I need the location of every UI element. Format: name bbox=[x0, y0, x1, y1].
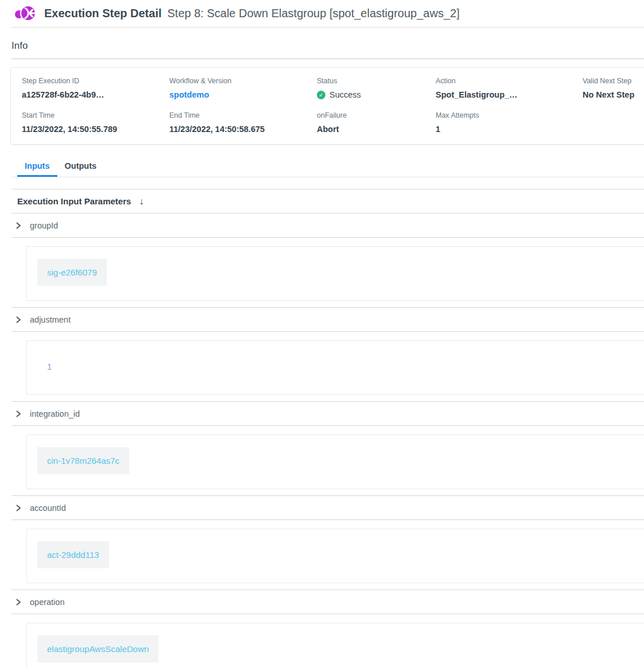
parameter-name: integration_id bbox=[30, 409, 80, 418]
parameter-block: accountId act-29ddd113 bbox=[11, 495, 644, 583]
parameter-row[interactable]: groupId bbox=[11, 214, 644, 238]
parameter-value-panel: act-29ddd113 bbox=[26, 529, 644, 583]
info-field: Step Execution ID ✓ a125728f-6b22-4b9… bbox=[22, 77, 169, 99]
info-field: End Time ✓ 11/23/2022, 14:50:58.675 bbox=[169, 111, 317, 134]
chevron-right-icon[interactable] bbox=[15, 599, 22, 606]
info-field-label: Status bbox=[317, 77, 436, 85]
info-field-value[interactable]: ✓ 11/23/2022, 14:50:55.789 bbox=[22, 125, 169, 134]
info-card: Step Execution ID ✓ a125728f-6b22-4b9… W… bbox=[10, 67, 644, 145]
chevron-right-icon[interactable] bbox=[15, 222, 22, 229]
info-field-label: onFailure bbox=[317, 111, 436, 119]
info-field-value-text: 1 bbox=[436, 125, 440, 134]
info-field: Action ✓ Spot_Elastigroup_… bbox=[436, 77, 583, 99]
info-field: onFailure ✓ Abort bbox=[317, 111, 436, 134]
parameter-row[interactable]: adjustment bbox=[11, 308, 644, 332]
parameter-name: accountId bbox=[30, 503, 66, 513]
info-field-value-text: Success bbox=[329, 90, 361, 99]
info-field: Valid Next Step ✓ No Next Step bbox=[583, 77, 644, 99]
info-field-value-text: No Next Step bbox=[583, 90, 634, 99]
parameter-name: operation bbox=[30, 598, 64, 607]
info-field: Workflow & Version ✓ spotdemo bbox=[169, 77, 317, 99]
success-check-icon: ✓ bbox=[317, 91, 325, 99]
info-field-value-text: Abort bbox=[317, 125, 339, 134]
page-title: Execution Step Detail bbox=[44, 7, 162, 20]
parameter-block: operation elastigroupAwsScaleDown bbox=[11, 590, 644, 667]
chevron-right-icon[interactable] bbox=[15, 316, 22, 323]
tab[interactable]: Inputs bbox=[17, 156, 57, 177]
parameter-value-panel: 1 bbox=[26, 340, 644, 395]
parameter-row[interactable]: accountId bbox=[11, 496, 644, 520]
info-field: Max Attempts ✓ 1 bbox=[436, 111, 583, 134]
parameter-block: adjustment 1 bbox=[11, 307, 644, 395]
parameter-value: sig-e26f6079 bbox=[37, 259, 107, 286]
tab-bar: Inputs Outputs bbox=[11, 156, 644, 177]
info-field: Start Time ✓ 11/23/2022, 14:50:55.789 bbox=[22, 111, 169, 134]
parameter-name: groupId bbox=[30, 221, 58, 230]
info-field-value[interactable]: ✓ Success bbox=[317, 90, 436, 99]
parameter-row[interactable]: operation bbox=[11, 590, 644, 614]
parameter-value-panel: elastigroupAwsScaleDown bbox=[26, 623, 644, 667]
parameter-value: 1 bbox=[37, 353, 61, 380]
info-field-value[interactable]: ✓ 11/23/2022, 14:50:58.675 bbox=[169, 125, 317, 134]
chevron-right-icon[interactable] bbox=[15, 410, 22, 417]
info-field-value-text: spotdemo bbox=[169, 90, 209, 99]
parameter-value: act-29ddd113 bbox=[37, 541, 109, 568]
info-field-value-text: a125728f-6b22-4b9… bbox=[22, 90, 104, 99]
parameter-value: cin-1v78m264as7c bbox=[37, 447, 129, 474]
info-field-label: Valid Next Step bbox=[583, 77, 644, 85]
info-field-label: End Time bbox=[169, 111, 317, 119]
info-field-value[interactable]: ✓ Spot_Elastigroup_… bbox=[436, 90, 583, 99]
info-field-value-text: 11/23/2022, 14:50:55.789 bbox=[22, 125, 117, 134]
divider bbox=[11, 59, 644, 59]
info-field-value-text: Spot_Elastigroup_… bbox=[436, 90, 518, 99]
parameter-block: integration_id cin-1v78m264as7c bbox=[11, 401, 644, 489]
page-header: Execution Step Detail Step 8: Scale Down… bbox=[11, 0, 644, 28]
chevron-right-icon[interactable] bbox=[15, 505, 22, 511]
info-section-title: Info bbox=[11, 40, 644, 52]
arrow-down-icon[interactable]: ↓ bbox=[139, 196, 143, 207]
parameter-value-panel: sig-e26f6079 bbox=[26, 246, 644, 301]
info-field-label: Start Time bbox=[22, 111, 169, 119]
info-field-value[interactable]: ✓ a125728f-6b22-4b9… bbox=[22, 90, 169, 99]
info-field-label: Action bbox=[436, 77, 583, 85]
info-field-value[interactable]: ✓ Abort bbox=[317, 125, 436, 134]
parameters-section: Execution Input Parameters ↓ groupId sig… bbox=[11, 189, 644, 667]
info-field-value-text: 11/23/2022, 14:50:58.675 bbox=[169, 125, 265, 134]
parameter-block: groupId sig-e26f6079 bbox=[11, 214, 644, 301]
info-field-label: Max Attempts bbox=[436, 111, 583, 119]
info-field-label: Workflow & Version bbox=[169, 77, 317, 85]
parameter-row[interactable]: integration_id bbox=[11, 402, 644, 426]
spot-logo-icon bbox=[14, 5, 37, 22]
parameter-value-panel: cin-1v78m264as7c bbox=[26, 435, 644, 489]
info-field-label: Step Execution ID bbox=[22, 77, 169, 85]
parameter-name: adjustment bbox=[30, 315, 71, 324]
info-field-value[interactable]: ✓ spotdemo bbox=[169, 90, 317, 99]
parameters-list: groupId sig-e26f6079 adjustment bbox=[11, 214, 644, 667]
parameters-section-title: Execution Input Parameters bbox=[17, 196, 131, 206]
parameter-value: elastigroupAwsScaleDown bbox=[37, 635, 158, 662]
info-field-value[interactable]: ✓ 1 bbox=[436, 125, 583, 134]
page-subtitle: Step 8: Scale Down Elastgroup [spot_elas… bbox=[168, 7, 460, 20]
info-field: Status ✓ Success bbox=[317, 77, 436, 99]
parameters-section-header: Execution Input Parameters ↓ bbox=[11, 189, 644, 214]
tab[interactable]: Outputs bbox=[57, 156, 104, 177]
info-field-value[interactable]: ✓ No Next Step bbox=[583, 90, 644, 99]
